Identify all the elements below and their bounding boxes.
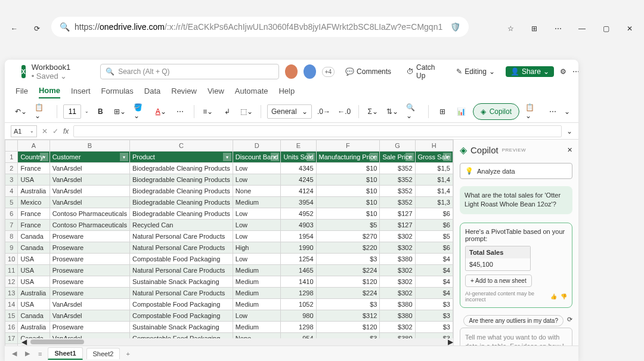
back-icon[interactable]: ←: [6, 20, 23, 37]
cell[interactable]: Medium: [233, 288, 281, 299]
find-button[interactable]: 🔍⌄: [404, 104, 422, 119]
cell[interactable]: Natural Personal Care Products: [129, 288, 233, 299]
cell[interactable]: $352: [380, 163, 415, 174]
cell[interactable]: $6: [415, 220, 453, 231]
cell[interactable]: 1298: [281, 288, 316, 299]
col-header-H[interactable]: H: [415, 140, 453, 152]
row-header-7[interactable]: 7: [5, 220, 18, 231]
chevron-down-icon[interactable]: ⌄: [60, 72, 67, 81]
cell[interactable]: $127: [380, 220, 415, 231]
app-launcher-icon[interactable]: [11, 64, 16, 79]
cell[interactable]: $4: [415, 254, 453, 265]
cell[interactable]: $220: [316, 242, 380, 254]
cell[interactable]: $10: [316, 208, 380, 220]
cell[interactable]: $302: [380, 322, 415, 333]
cell[interactable]: VanArsdel: [49, 310, 129, 322]
cell[interactable]: $3: [316, 254, 380, 265]
cell[interactable]: Medium: [233, 322, 281, 333]
filter-icon[interactable]: ▾: [223, 153, 231, 161]
thumbs-down-icon[interactable]: 👎: [561, 294, 567, 300]
cell[interactable]: Proseware: [49, 265, 129, 276]
cell[interactable]: 980: [281, 310, 316, 322]
row-header-17[interactable]: 17: [5, 333, 18, 344]
presence-avatar-1[interactable]: [285, 64, 298, 79]
row-header-5[interactable]: 5: [5, 197, 18, 208]
tab-review[interactable]: Review: [171, 87, 197, 98]
cell[interactable]: USA: [18, 254, 49, 265]
col-header-F[interactable]: F: [316, 140, 380, 152]
cell[interactable]: $352: [380, 186, 415, 197]
table-header-cell[interactable]: Discount Band▾: [233, 152, 281, 163]
cell[interactable]: $3: [316, 299, 380, 310]
font-color-button[interactable]: A⌄: [153, 104, 169, 119]
cell[interactable]: Proseware: [49, 322, 129, 333]
cell[interactable]: Low: [233, 174, 281, 186]
cell[interactable]: Compostable Food Packaging: [129, 299, 233, 310]
sheet-next-icon[interactable]: ▶: [23, 350, 32, 357]
merge-button[interactable]: ⬚⌄: [239, 104, 255, 119]
forms-button[interactable]: 📋⌄: [523, 104, 541, 119]
filter-icon[interactable]: ▾: [271, 153, 279, 161]
cell[interactable]: Australia: [18, 322, 49, 333]
cell[interactable]: Natural Personal Care Products: [129, 242, 233, 254]
cell[interactable]: Medium: [233, 265, 281, 276]
share-button[interactable]: 👤 Share ⌄: [506, 66, 554, 77]
formula-bar-expand-icon[interactable]: ⌄: [566, 127, 572, 135]
more-commands-button[interactable]: ⋯: [545, 104, 561, 119]
collections-icon[interactable]: ⊞: [526, 20, 543, 37]
cell[interactable]: Biodegradable Cleaning Products: [129, 208, 233, 220]
cell[interactable]: $3: [415, 322, 453, 333]
cell[interactable]: Medium: [233, 276, 281, 288]
cell[interactable]: France: [18, 163, 49, 174]
cell[interactable]: Proseware: [49, 288, 129, 299]
cell[interactable]: 3954: [281, 197, 316, 208]
name-box[interactable]: A1⌄: [11, 125, 37, 137]
align-button[interactable]: ≡⌄: [200, 104, 216, 119]
formula-bar[interactable]: [73, 125, 562, 137]
cell[interactable]: Proseware: [49, 231, 129, 242]
followup-suggestion[interactable]: Are there any outliers in my data?: [463, 315, 564, 326]
gear-icon[interactable]: ⚙: [560, 67, 566, 76]
cell[interactable]: Australia: [18, 186, 49, 197]
paste-button[interactable]: 📋⌄: [32, 104, 51, 119]
cell[interactable]: USA: [18, 276, 49, 288]
cell[interactable]: $5: [316, 220, 380, 231]
cell[interactable]: 1298: [281, 322, 316, 333]
cell[interactable]: Canada: [18, 242, 49, 254]
spreadsheet-grid[interactable]: ABCDEFGH1Country▾Customer▾Product▾Discou…: [5, 140, 453, 345]
col-header-B[interactable]: B: [49, 140, 129, 152]
thumbs-up-icon[interactable]: 👍: [550, 294, 557, 300]
cell[interactable]: 1954: [281, 231, 316, 242]
analyze-data-suggestion[interactable]: 💡 Analyze data: [460, 163, 572, 179]
cell[interactable]: 1465: [281, 265, 316, 276]
filter-icon[interactable]: ▾: [306, 153, 315, 161]
col-header-E[interactable]: E: [281, 140, 316, 152]
cell[interactable]: USA: [18, 265, 49, 276]
catch-up-button[interactable]: ⏱ Catch Up: [402, 62, 445, 81]
cell[interactable]: Proseware: [49, 276, 129, 288]
more-icon[interactable]: ⋯: [550, 20, 566, 37]
table-header-cell[interactable]: Gross Sale▾: [415, 152, 453, 163]
cell[interactable]: $10: [316, 174, 380, 186]
cell[interactable]: $10: [316, 186, 380, 197]
cell[interactable]: Low: [233, 220, 281, 231]
editing-mode-button[interactable]: ✎ Editing ⌄: [451, 66, 500, 77]
undo-button[interactable]: ↶⌄: [13, 104, 29, 119]
cell[interactable]: USA: [18, 174, 49, 186]
table-header-cell[interactable]: Product▾: [129, 152, 233, 163]
row-header-10[interactable]: 10: [5, 254, 18, 265]
ellipsis-icon[interactable]: ⋯: [572, 67, 578, 76]
tab-help[interactable]: Help: [278, 87, 295, 98]
tab-home[interactable]: Home: [39, 86, 60, 98]
tab-data[interactable]: Data: [144, 87, 160, 98]
row-header-2[interactable]: 2: [5, 163, 18, 174]
row-header-15[interactable]: 15: [5, 310, 18, 322]
cell[interactable]: France: [18, 208, 49, 220]
cell[interactable]: Contoso Pharmaceuticals: [49, 220, 129, 231]
row-header-16[interactable]: 16: [5, 322, 18, 333]
sheet-tab-1[interactable]: Sheet1: [48, 347, 82, 360]
cell[interactable]: $352: [380, 197, 415, 208]
cell[interactable]: Biodegradable Cleaning Products: [129, 186, 233, 197]
table-header-cell[interactable]: Manufacturing Price▾: [316, 152, 380, 163]
cell[interactable]: $302: [380, 276, 415, 288]
